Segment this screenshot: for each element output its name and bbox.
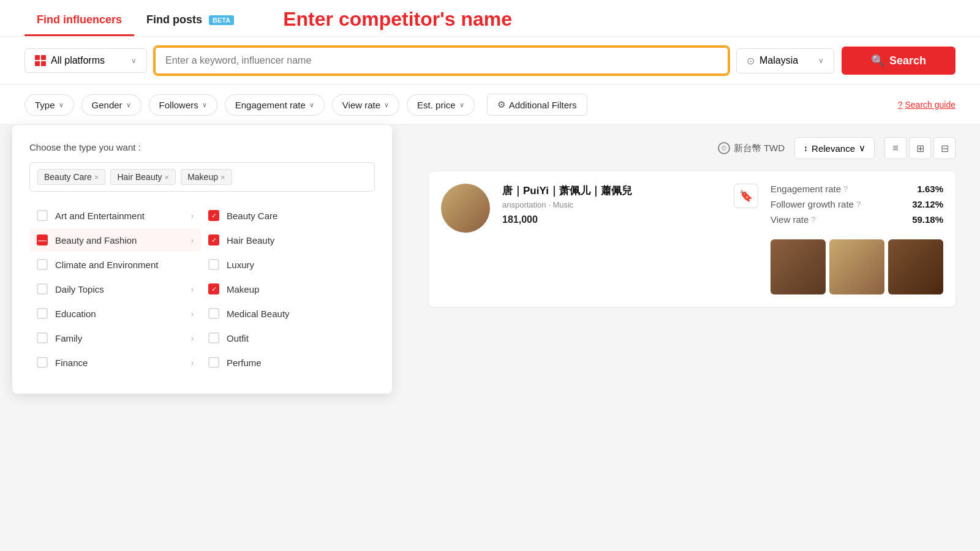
follower-growth-stat: Follower growth rate ? 32.12% <box>771 199 943 209</box>
cat-daily-topics-label: Daily Topics <box>55 284 104 294</box>
view-rate-filter-button[interactable]: View rate ∨ <box>332 94 399 116</box>
subcat-perfume[interactable]: Perfume <box>201 351 375 374</box>
list-view-button[interactable]: ≡ <box>884 137 907 159</box>
follower-growth-value: 32.12% <box>912 199 943 209</box>
subcat-makeup[interactable]: Makeup <box>201 277 375 301</box>
view-rate-stat-label: View rate ? <box>771 214 816 225</box>
view-rate-stat: View rate ? 59.18% <box>771 214 943 225</box>
view-rate-label-text: View rate <box>771 214 809 225</box>
type-dropdown-panel: Choose the type you want : Beauty Care ×… <box>12 125 392 394</box>
subcat-medical-beauty-label: Medical Beauty <box>227 309 290 319</box>
tab-find-posts[interactable]: Find posts BETA <box>134 2 246 36</box>
right-panel: © 新台幣 TWD ↕ Relevance ∨ ≡ ⊞ ⊟ 唐｜PuiYi｜萧佩… <box>404 125 980 319</box>
subcat-hair-beauty[interactable]: Hair Beauty <box>201 228 375 252</box>
est-price-filter-button[interactable]: Est. price ∨ <box>407 94 475 116</box>
cat-family-arrow: › <box>191 334 194 343</box>
card-info: 唐｜PuiYi｜萧佩儿｜蕭佩兒 ansportation · Music 181… <box>502 184 722 225</box>
card-right-section: Engagement rate ? 1.63% Follower growth … <box>771 184 943 294</box>
subcat-makeup-label: Makeup <box>227 284 259 294</box>
find-influencers-label: Find influencers <box>37 13 122 26</box>
grid-3-view-button[interactable]: ⊟ <box>933 137 956 159</box>
cat-art-entertainment-checkbox <box>37 210 48 221</box>
additional-filter-icon: ⚙ <box>497 99 505 110</box>
followers-chevron-icon: ∨ <box>202 101 207 109</box>
thumbnail-1 <box>771 239 826 294</box>
location-label: Malaysia <box>760 55 798 66</box>
thumbnail-2 <box>829 239 884 294</box>
search-bar-row: All platforms ∨ ⊙ Malaysia ∨ 🔍 Search <box>0 37 980 85</box>
platform-grid-icon <box>35 55 46 66</box>
view-rate-value: 59.18% <box>912 214 943 225</box>
search-input[interactable] <box>156 48 728 73</box>
cat-beauty-fashion-checkbox: — <box>37 234 48 246</box>
subcat-beauty-care[interactable]: Beauty Care <box>201 204 375 227</box>
cat-education[interactable]: Education › <box>29 302 201 325</box>
cat-finance[interactable]: Finance › <box>29 351 201 374</box>
grid-2-view-button[interactable]: ⊞ <box>909 137 931 159</box>
tag-makeup-close[interactable]: × <box>221 173 225 182</box>
engagement-rate-value: 1.63% <box>917 184 943 194</box>
sort-icon: ↕ <box>804 143 808 153</box>
cat-climate-environment-label: Climate and Environment <box>55 260 158 270</box>
category-columns: Art and Entertainment › — Beauty and Fas… <box>29 204 375 374</box>
engagement-rate-filter-button[interactable]: Engagement rate ∨ <box>225 94 325 116</box>
cat-family-label: Family <box>55 333 82 343</box>
influencer-followers: 181,000 <box>502 214 722 225</box>
cat-education-checkbox <box>37 308 48 319</box>
bookmark-button[interactable]: 🔖 <box>734 184 758 208</box>
type-filter-button[interactable]: Type ∨ <box>24 94 74 116</box>
gender-filter-button[interactable]: Gender ∨ <box>81 94 141 116</box>
subcat-outfit[interactable]: Outfit <box>201 326 375 350</box>
cat-beauty-fashion[interactable]: — Beauty and Fashion › <box>29 228 201 252</box>
platform-selector[interactable]: All platforms ∨ <box>24 48 147 73</box>
cat-art-entertainment-label: Art and Entertainment <box>55 211 145 221</box>
additional-filters-button[interactable]: ⚙ Additional Filters <box>487 94 587 116</box>
location-selector[interactable]: ⊙ Malaysia ∨ <box>736 48 834 73</box>
sort-label: Relevance <box>812 143 855 154</box>
subcat-medical-beauty[interactable]: Medical Beauty <box>201 302 375 325</box>
selected-tags-container: Beauty Care × Hair Beauty × Makeup × <box>29 162 375 192</box>
cat-daily-topics-arrow: › <box>191 285 194 294</box>
view-rate-info-icon: ? <box>811 215 815 224</box>
cat-education-arrow: › <box>191 309 194 318</box>
tag-hair-beauty-close[interactable]: × <box>165 173 170 182</box>
cat-daily-topics-checkbox <box>37 283 48 294</box>
additional-filters-label: Additional Filters <box>509 100 577 110</box>
currency-icon: © <box>718 142 730 154</box>
main-content: © 新台幣 TWD ↕ Relevance ∨ ≡ ⊞ ⊟ 唐｜PuiYi｜萧佩… <box>0 125 980 492</box>
subcat-medical-beauty-checkbox <box>208 308 219 319</box>
cat-climate-environment[interactable]: Climate and Environment <box>29 253 201 276</box>
card-stats: Engagement rate ? 1.63% Follower growth … <box>771 184 943 230</box>
tag-beauty-care-label: Beauty Care <box>44 172 92 182</box>
search-button[interactable]: 🔍 Search <box>842 47 956 75</box>
tag-beauty-care-close[interactable]: × <box>94 173 99 182</box>
search-guide-link[interactable]: ? Search guide <box>898 100 956 110</box>
filter-bar: Type ∨ Gender ∨ Followers ∨ Engagement r… <box>0 85 980 125</box>
sort-select[interactable]: ↕ Relevance ∨ <box>794 137 875 159</box>
cat-family-checkbox <box>37 332 48 343</box>
tab-find-influencers[interactable]: Find influencers <box>24 2 134 36</box>
cat-beauty-fashion-label: Beauty and Fashion <box>55 235 137 246</box>
cat-daily-topics[interactable]: Daily Topics › <box>29 277 201 301</box>
subcat-beauty-care-label: Beauty Care <box>227 211 277 221</box>
find-posts-label: Find posts <box>146 13 202 26</box>
search-icon: 🔍 <box>871 54 884 67</box>
engagement-label-text: Engagement rate <box>771 184 841 194</box>
engagement-rate-stat-label: Engagement rate ? <box>771 184 848 194</box>
subcat-luxury[interactable]: Luxury <box>201 253 375 276</box>
cat-art-entertainment-arrow: › <box>191 211 194 220</box>
followers-filter-button[interactable]: Followers ∨ <box>149 94 217 116</box>
subcat-outfit-checkbox <box>208 332 219 343</box>
cat-art-entertainment[interactable]: Art and Entertainment › <box>29 204 201 227</box>
engagement-chevron-icon: ∨ <box>309 101 314 109</box>
subcat-luxury-checkbox <box>208 259 219 270</box>
view-rate-chevron-icon: ∨ <box>384 101 389 109</box>
cat-finance-label: Finance <box>55 358 88 368</box>
type-filter-label: Type <box>35 100 55 110</box>
subcat-perfume-label: Perfume <box>227 358 262 368</box>
engagement-rate-stat: Engagement rate ? 1.63% <box>771 184 943 194</box>
followers-count: 181,000 <box>502 214 538 225</box>
cat-beauty-fashion-arrow: › <box>191 236 194 245</box>
cat-family[interactable]: Family › <box>29 326 201 350</box>
influencer-name: 唐｜PuiYi｜萧佩儿｜蕭佩兒 <box>502 184 722 198</box>
